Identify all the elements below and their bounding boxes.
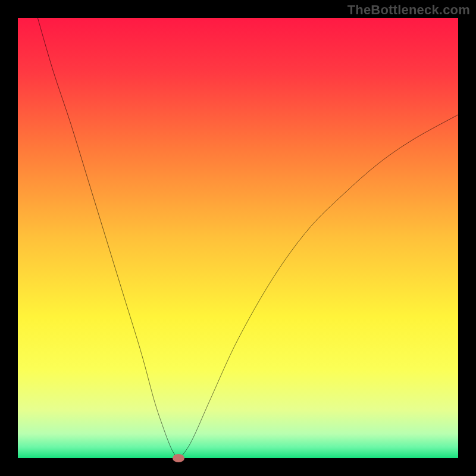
bottleneck-curve (18, 18, 458, 458)
watermark-text: TheBottleneck.com (347, 2, 470, 18)
plot-area (18, 18, 458, 458)
minimum-marker (173, 454, 184, 462)
chart-frame: TheBottleneck.com (0, 0, 476, 476)
